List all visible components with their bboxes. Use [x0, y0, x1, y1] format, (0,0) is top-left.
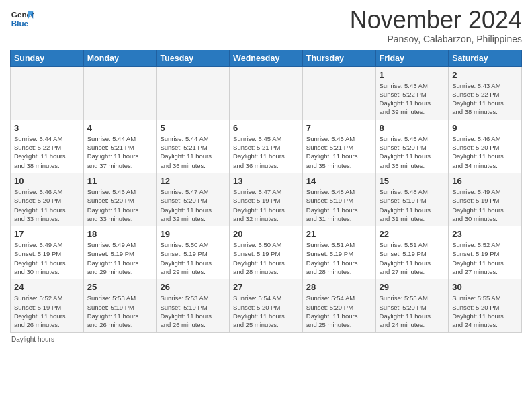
- day-info: Sunrise: 5:46 AM Sunset: 5:20 PM Dayligh…: [14, 187, 80, 223]
- day-number: 26: [160, 282, 226, 292]
- calendar-cell: [83, 66, 157, 120]
- calendar-cell: 23Sunrise: 5:52 AM Sunset: 5:19 PM Dayli…: [449, 226, 522, 279]
- calendar-cell: 12Sunrise: 5:47 AM Sunset: 5:20 PM Dayli…: [157, 173, 230, 226]
- day-number: 27: [233, 282, 299, 292]
- day-info: Sunrise: 5:45 AM Sunset: 5:20 PM Dayligh…: [380, 134, 445, 170]
- day-number: 6: [233, 123, 299, 133]
- day-header: Friday: [375, 50, 449, 66]
- day-number: 10: [14, 176, 80, 186]
- calendar-cell: 22Sunrise: 5:51 AM Sunset: 5:19 PM Dayli…: [375, 226, 449, 279]
- calendar-cell: 16Sunrise: 5:49 AM Sunset: 5:19 PM Dayli…: [449, 173, 522, 226]
- day-number: 24: [14, 282, 80, 292]
- day-number: 12: [160, 176, 226, 186]
- calendar-cell: 30Sunrise: 5:55 AM Sunset: 5:20 PM Dayli…: [449, 279, 522, 332]
- day-info: Sunrise: 5:48 AM Sunset: 5:19 PM Dayligh…: [306, 187, 372, 223]
- calendar-cell: 2Sunrise: 5:43 AM Sunset: 5:22 PM Daylig…: [449, 66, 522, 120]
- day-info: Sunrise: 5:49 AM Sunset: 5:19 PM Dayligh…: [87, 240, 153, 276]
- day-info: Sunrise: 5:45 AM Sunset: 5:21 PM Dayligh…: [306, 134, 372, 170]
- day-number: 1: [380, 70, 445, 80]
- day-header: Thursday: [302, 50, 375, 66]
- calendar-cell: 29Sunrise: 5:55 AM Sunset: 5:20 PM Dayli…: [375, 279, 449, 332]
- calendar-cell: 5Sunrise: 5:44 AM Sunset: 5:21 PM Daylig…: [157, 120, 230, 173]
- day-number: 23: [452, 229, 518, 239]
- calendar-week-row: 1Sunrise: 5:43 AM Sunset: 5:22 PM Daylig…: [11, 66, 522, 120]
- day-header: Sunday: [11, 50, 84, 66]
- day-info: Sunrise: 5:47 AM Sunset: 5:20 PM Dayligh…: [160, 187, 226, 223]
- calendar-cell: 1Sunrise: 5:43 AM Sunset: 5:22 PM Daylig…: [375, 66, 449, 120]
- day-header: Tuesday: [157, 50, 230, 66]
- calendar-cell: 15Sunrise: 5:48 AM Sunset: 5:19 PM Dayli…: [375, 173, 449, 226]
- day-info: Sunrise: 5:44 AM Sunset: 5:22 PM Dayligh…: [14, 134, 80, 170]
- footer-text: Daylight hours: [11, 336, 54, 343]
- day-info: Sunrise: 5:47 AM Sunset: 5:19 PM Dayligh…: [233, 187, 299, 223]
- calendar-cell: 13Sunrise: 5:47 AM Sunset: 5:19 PM Dayli…: [230, 173, 303, 226]
- day-number: 4: [87, 123, 153, 133]
- day-number: 20: [233, 229, 299, 239]
- day-number: 25: [87, 282, 153, 292]
- day-header: Monday: [83, 50, 157, 66]
- calendar-week-row: 24Sunrise: 5:52 AM Sunset: 5:19 PM Dayli…: [11, 279, 522, 332]
- day-info: Sunrise: 5:44 AM Sunset: 5:21 PM Dayligh…: [87, 134, 153, 170]
- day-number: 18: [87, 229, 153, 239]
- calendar-cell: 6Sunrise: 5:45 AM Sunset: 5:21 PM Daylig…: [230, 120, 303, 173]
- day-number: 17: [14, 229, 80, 239]
- day-info: Sunrise: 5:53 AM Sunset: 5:19 PM Dayligh…: [160, 293, 226, 329]
- calendar-cell: 4Sunrise: 5:44 AM Sunset: 5:21 PM Daylig…: [83, 120, 157, 173]
- calendar-week-row: 17Sunrise: 5:49 AM Sunset: 5:19 PM Dayli…: [11, 226, 522, 279]
- day-info: Sunrise: 5:52 AM Sunset: 5:19 PM Dayligh…: [452, 240, 518, 276]
- day-info: Sunrise: 5:50 AM Sunset: 5:19 PM Dayligh…: [160, 240, 226, 276]
- calendar-cell: 27Sunrise: 5:54 AM Sunset: 5:20 PM Dayli…: [230, 279, 303, 332]
- calendar-cell: 20Sunrise: 5:50 AM Sunset: 5:19 PM Dayli…: [230, 226, 303, 279]
- header-row: SundayMondayTuesdayWednesdayThursdayFrid…: [11, 50, 522, 66]
- day-info: Sunrise: 5:51 AM Sunset: 5:19 PM Dayligh…: [306, 240, 372, 276]
- day-number: 15: [380, 176, 445, 186]
- day-number: 11: [87, 176, 153, 186]
- calendar-cell: 26Sunrise: 5:53 AM Sunset: 5:19 PM Dayli…: [157, 279, 230, 332]
- calendar-cell: 17Sunrise: 5:49 AM Sunset: 5:19 PM Dayli…: [11, 226, 84, 279]
- calendar-cell: 24Sunrise: 5:52 AM Sunset: 5:19 PM Dayli…: [11, 279, 84, 332]
- calendar-cell: 10Sunrise: 5:46 AM Sunset: 5:20 PM Dayli…: [11, 173, 84, 226]
- title-block: November 2024 Pansoy, Calabarzon, Philip…: [350, 7, 522, 44]
- day-info: Sunrise: 5:43 AM Sunset: 5:22 PM Dayligh…: [380, 81, 445, 117]
- calendar-cell: 7Sunrise: 5:45 AM Sunset: 5:21 PM Daylig…: [302, 120, 375, 173]
- day-info: Sunrise: 5:43 AM Sunset: 5:22 PM Dayligh…: [452, 81, 518, 117]
- day-number: 8: [380, 123, 445, 133]
- calendar-cell: 21Sunrise: 5:51 AM Sunset: 5:19 PM Dayli…: [302, 226, 375, 279]
- calendar-week-row: 10Sunrise: 5:46 AM Sunset: 5:20 PM Dayli…: [11, 173, 522, 226]
- day-number: 16: [452, 176, 518, 186]
- day-info: Sunrise: 5:52 AM Sunset: 5:19 PM Dayligh…: [14, 293, 80, 329]
- day-info: Sunrise: 5:55 AM Sunset: 5:20 PM Dayligh…: [380, 293, 445, 329]
- day-info: Sunrise: 5:55 AM Sunset: 5:20 PM Dayligh…: [452, 293, 518, 329]
- day-header: Wednesday: [230, 50, 303, 66]
- calendar-cell: [302, 66, 375, 120]
- calendar-cell: 14Sunrise: 5:48 AM Sunset: 5:19 PM Dayli…: [302, 173, 375, 226]
- calendar-cell: 11Sunrise: 5:46 AM Sunset: 5:20 PM Dayli…: [83, 173, 157, 226]
- calendar-cell: 19Sunrise: 5:50 AM Sunset: 5:19 PM Dayli…: [157, 226, 230, 279]
- day-info: Sunrise: 5:44 AM Sunset: 5:21 PM Dayligh…: [160, 134, 226, 170]
- day-number: 19: [160, 229, 226, 239]
- day-info: Sunrise: 5:53 AM Sunset: 5:19 PM Dayligh…: [87, 293, 153, 329]
- calendar-cell: 28Sunrise: 5:54 AM Sunset: 5:20 PM Dayli…: [302, 279, 375, 332]
- day-number: 7: [306, 123, 372, 133]
- main-container: General Blue November 2024 Pansoy, Calab…: [0, 0, 532, 347]
- svg-text:Blue: Blue: [11, 19, 29, 28]
- header: General Blue November 2024 Pansoy, Calab…: [10, 7, 522, 44]
- calendar-cell: 8Sunrise: 5:45 AM Sunset: 5:20 PM Daylig…: [375, 120, 449, 173]
- calendar-week-row: 3Sunrise: 5:44 AM Sunset: 5:22 PM Daylig…: [11, 120, 522, 173]
- logo: General Blue: [10, 7, 34, 31]
- day-info: Sunrise: 5:46 AM Sunset: 5:20 PM Dayligh…: [452, 134, 518, 170]
- day-number: 14: [306, 176, 372, 186]
- day-info: Sunrise: 5:46 AM Sunset: 5:20 PM Dayligh…: [87, 187, 153, 223]
- calendar-cell: [230, 66, 303, 120]
- day-number: 9: [452, 123, 518, 133]
- calendar-cell: 9Sunrise: 5:46 AM Sunset: 5:20 PM Daylig…: [449, 120, 522, 173]
- day-info: Sunrise: 5:51 AM Sunset: 5:19 PM Dayligh…: [380, 240, 445, 276]
- day-header: Saturday: [449, 50, 522, 66]
- calendar-cell: 25Sunrise: 5:53 AM Sunset: 5:19 PM Dayli…: [83, 279, 157, 332]
- footer: Daylight hours: [10, 336, 522, 343]
- day-info: Sunrise: 5:54 AM Sunset: 5:20 PM Dayligh…: [233, 293, 299, 329]
- day-info: Sunrise: 5:50 AM Sunset: 5:19 PM Dayligh…: [233, 240, 299, 276]
- day-number: 13: [233, 176, 299, 186]
- day-number: 30: [452, 282, 518, 292]
- subtitle: Pansoy, Calabarzon, Philippines: [350, 34, 522, 44]
